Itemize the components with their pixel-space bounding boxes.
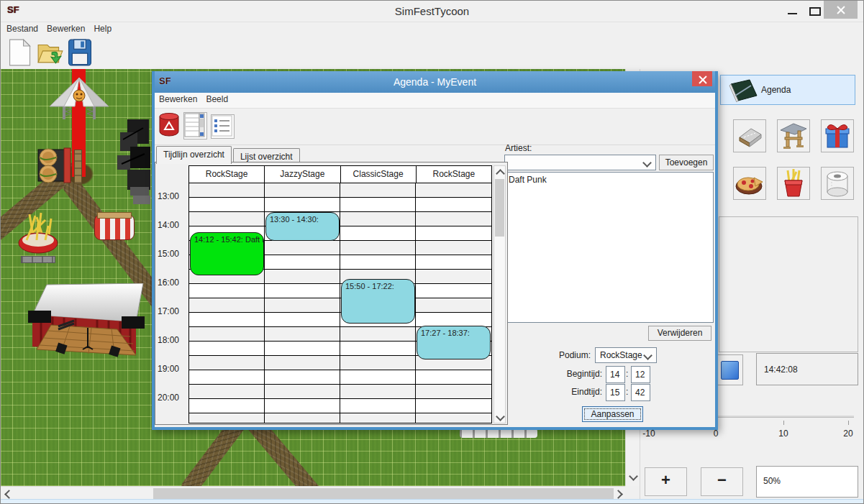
tool-pizza-button[interactable] — [733, 167, 766, 200]
end-minute-field[interactable]: 42 — [631, 384, 650, 401]
grid-row — [189, 313, 491, 327]
new-file-icon[interactable] — [8, 39, 31, 66]
grid-row — [189, 212, 491, 226]
zoom-level-box: 50% — [756, 466, 858, 498]
slider-tick-label: -10 — [641, 429, 657, 439]
podium-combobox[interactable]: RockStage — [595, 347, 657, 363]
schedule-grid-body[interactable]: 14:12 - 15:42: Daft Punk13:30 - 14:30:15… — [189, 183, 491, 423]
artist-combobox[interactable] — [504, 155, 656, 170]
scroll-down-icon[interactable] — [629, 472, 638, 481]
clock-value: 14:42:08 — [764, 365, 798, 375]
grid-row — [189, 413, 491, 423]
scroll-right-icon[interactable] — [614, 490, 623, 499]
column-divider — [415, 183, 416, 423]
timeline-tab-page: RockStageJazzyStageClassicStageRockStage… — [155, 162, 508, 425]
start-hour-field[interactable]: 14 — [606, 366, 625, 383]
gate-icon — [778, 120, 809, 152]
time-label: 16:00 — [158, 278, 188, 289]
grid-row — [189, 183, 491, 198]
list-view-button[interactable] — [211, 114, 235, 139]
scrollbar-thumb[interactable] — [495, 179, 504, 237]
main-toolbar — [1, 37, 863, 68]
timeline-view-button[interactable] — [183, 112, 207, 139]
schedule-event[interactable]: 17:27 - 18:37: — [417, 326, 491, 359]
time-label: 13:00 — [158, 191, 188, 203]
event-label: 14:12 - 15:42: Daft Punk — [191, 233, 263, 244]
timeline-view-icon — [184, 113, 205, 137]
grid-row — [189, 385, 491, 399]
start-minute-field[interactable]: 12 — [631, 366, 650, 383]
plank-table — [74, 150, 82, 184]
dialog-menu-bewerken[interactable]: Bewerken — [159, 93, 204, 108]
burger-stand — [34, 147, 74, 184]
time-label: 20:00 — [158, 393, 188, 404]
fries-stand — [17, 211, 60, 256]
column-header-rockstage: RockStage — [417, 166, 491, 183]
event-label: 13:30 - 14:30: — [266, 213, 339, 224]
slider-tick — [783, 421, 784, 425]
slider-tick — [848, 421, 849, 425]
schedule-grid-header: RockStageJazzyStageClassicStageRockStage — [189, 166, 491, 183]
maximize-button[interactable] — [805, 4, 824, 18]
minimize-button[interactable] — [783, 4, 802, 18]
scrollbar-thumb[interactable] — [153, 488, 614, 500]
time-label: 14:00 — [158, 220, 188, 232]
end-time-label: Eindtijd: — [555, 387, 602, 397]
close-icon — [698, 75, 706, 83]
gift-icon — [822, 120, 853, 152]
schedule-scrollbar[interactable] — [494, 165, 506, 423]
info-groupbox — [719, 216, 858, 352]
close-button[interactable] — [824, 1, 858, 19]
dialog-titlebar[interactable]: SF Agenda - MyEvent — [155, 71, 715, 93]
artist-listbox[interactable]: Daft Punk — [504, 172, 714, 323]
scroll-left-icon[interactable] — [4, 490, 14, 499]
tool-gift-button[interactable] — [821, 119, 854, 152]
tool-fries-button[interactable] — [777, 167, 810, 200]
end-hour-field[interactable]: 15 — [606, 384, 625, 401]
schedule-event[interactable]: 13:30 - 14:30: — [265, 212, 340, 241]
tool-road-button[interactable] — [733, 119, 766, 152]
view-tabs: Tijdlijn overzichtLijst overzicht — [156, 146, 301, 162]
toilet-paper-icon — [822, 168, 853, 199]
menu-help[interactable]: Help — [94, 22, 118, 36]
schedule-event[interactable]: 15:50 - 17:22: — [341, 279, 415, 323]
tab-tijdlijn-overzicht[interactable]: Tijdlijn overzicht — [156, 146, 232, 164]
menu-bestand[interactable]: Bestand — [6, 22, 45, 36]
menu-bewerken[interactable]: Bewerken — [47, 22, 91, 36]
artist-list-item[interactable]: Daft Punk — [505, 173, 713, 187]
pizza-icon — [734, 168, 765, 199]
scroll-down-icon[interactable] — [496, 412, 505, 421]
fries-icon — [778, 168, 809, 199]
column-header-classicstage: ClassicStage — [341, 166, 417, 183]
window-title: SimFestTycoon — [1, 5, 863, 17]
apply-button[interactable]: Aanpassen — [582, 406, 643, 422]
event-label: 17:27 - 18:37: — [417, 326, 490, 337]
slider-tick-label: 0 — [708, 429, 724, 439]
zoom-out-button[interactable]: − — [701, 467, 743, 496]
status-strip — [1, 499, 864, 504]
zoom-in-button[interactable]: + — [645, 467, 687, 496]
grid-row — [189, 399, 491, 413]
grid-row — [189, 370, 491, 385]
tool-gate-button[interactable] — [777, 119, 810, 152]
scroll-up-icon[interactable] — [496, 169, 505, 178]
add-artist-button[interactable]: Toevoegen — [659, 155, 714, 170]
tool-toilet-paper-button[interactable] — [821, 167, 854, 200]
entrance-tent — [48, 76, 110, 122]
start-time-label: Begintijd: — [555, 369, 602, 379]
save-file-icon[interactable] — [68, 39, 92, 66]
time-label: 19:00 — [158, 364, 188, 375]
schedule-event-selected[interactable]: 14:12 - 15:42: Daft Punk — [190, 232, 264, 275]
grid-row — [189, 198, 491, 212]
tray-table — [21, 256, 55, 263]
remove-artist-button[interactable]: Verwijderen — [648, 326, 711, 341]
zoom-level-value: 50% — [763, 476, 781, 486]
main-stage — [27, 283, 146, 368]
artist-label: Artiest: — [505, 143, 532, 153]
delete-event-button[interactable] — [159, 113, 179, 137]
agenda-button[interactable]: Agenda — [720, 75, 855, 105]
window-titlebar: SF SimFestTycoon — [1, 1, 863, 21]
dialog-close-button[interactable] — [692, 71, 712, 86]
dialog-menu-beeld[interactable]: Beeld — [206, 93, 235, 108]
open-file-icon[interactable] — [37, 39, 64, 66]
